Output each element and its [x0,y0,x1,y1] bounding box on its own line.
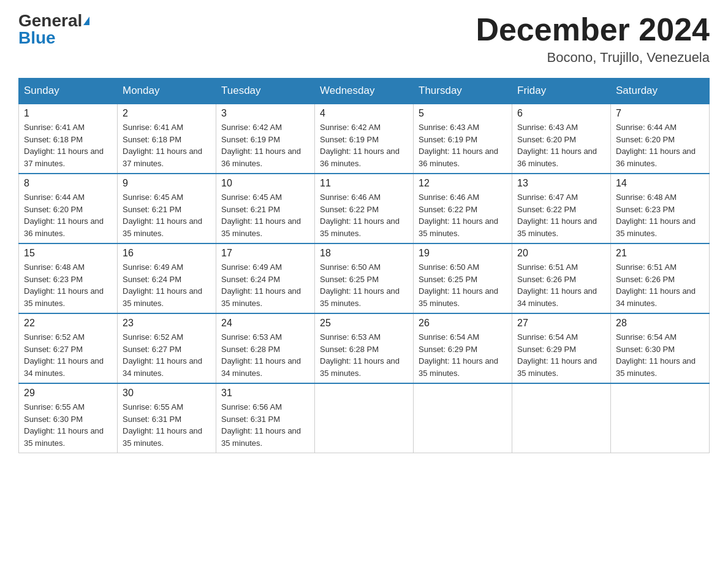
day-number: 7 [616,108,704,119]
day-info: Sunrise: 6:41 AM Sunset: 6:18 PM Dayligh… [24,121,112,169]
day-number: 3 [221,108,309,119]
calendar-week-row: 8 Sunrise: 6:44 AM Sunset: 6:20 PM Dayli… [19,174,710,243]
day-info: Sunrise: 6:53 AM Sunset: 6:28 PM Dayligh… [320,331,408,379]
day-info: Sunrise: 6:47 AM Sunset: 6:22 PM Dayligh… [517,191,605,239]
day-info: Sunrise: 6:50 AM Sunset: 6:25 PM Dayligh… [419,261,507,309]
calendar-day-cell: 3 Sunrise: 6:42 AM Sunset: 6:19 PM Dayli… [216,104,315,174]
calendar-day-cell: 24 Sunrise: 6:53 AM Sunset: 6:28 PM Dayl… [216,313,315,383]
day-info: Sunrise: 6:45 AM Sunset: 6:21 PM Dayligh… [123,191,211,239]
calendar-table: SundayMondayTuesdayWednesdayThursdayFrid… [18,78,710,453]
day-info: Sunrise: 6:55 AM Sunset: 6:31 PM Dayligh… [123,401,211,449]
day-info: Sunrise: 6:54 AM Sunset: 6:29 PM Dayligh… [517,331,605,379]
calendar-day-cell: 17 Sunrise: 6:49 AM Sunset: 6:24 PM Dayl… [216,243,315,313]
day-number: 15 [24,248,112,259]
day-number: 19 [419,248,507,259]
calendar-day-cell [315,383,414,453]
day-info: Sunrise: 6:50 AM Sunset: 6:25 PM Dayligh… [320,261,408,309]
day-info: Sunrise: 6:54 AM Sunset: 6:30 PM Dayligh… [616,331,704,379]
day-info: Sunrise: 6:52 AM Sunset: 6:27 PM Dayligh… [24,331,112,379]
title-section: December 2024 Bocono, Trujillo, Venezuel… [476,12,710,66]
day-number: 5 [419,108,507,119]
day-info: Sunrise: 6:48 AM Sunset: 6:23 PM Dayligh… [616,191,704,239]
day-number: 28 [616,318,704,329]
day-info: Sunrise: 6:43 AM Sunset: 6:19 PM Dayligh… [419,121,507,169]
calendar-day-cell: 15 Sunrise: 6:48 AM Sunset: 6:23 PM Dayl… [19,243,118,313]
logo-general-text: General [18,12,82,29]
calendar-day-cell: 22 Sunrise: 6:52 AM Sunset: 6:27 PM Dayl… [19,313,118,383]
day-info: Sunrise: 6:45 AM Sunset: 6:21 PM Dayligh… [221,191,309,239]
day-number: 10 [221,178,309,189]
calendar-day-cell: 14 Sunrise: 6:48 AM Sunset: 6:23 PM Dayl… [611,174,710,243]
day-info: Sunrise: 6:53 AM Sunset: 6:28 PM Dayligh… [221,331,309,379]
day-info: Sunrise: 6:48 AM Sunset: 6:23 PM Dayligh… [24,261,112,309]
day-info: Sunrise: 6:42 AM Sunset: 6:19 PM Dayligh… [221,121,309,169]
calendar-week-row: 29 Sunrise: 6:55 AM Sunset: 6:30 PM Dayl… [19,383,710,453]
calendar-day-cell: 4 Sunrise: 6:42 AM Sunset: 6:19 PM Dayli… [315,104,414,174]
day-number: 11 [320,178,408,189]
calendar-day-cell: 25 Sunrise: 6:53 AM Sunset: 6:28 PM Dayl… [315,313,414,383]
day-number: 2 [123,108,211,119]
day-number: 26 [419,318,507,329]
logo: General Blue [18,12,89,47]
day-number: 17 [221,248,309,259]
day-info: Sunrise: 6:49 AM Sunset: 6:24 PM Dayligh… [123,261,211,309]
calendar-day-cell: 27 Sunrise: 6:54 AM Sunset: 6:29 PM Dayl… [512,313,611,383]
calendar-day-cell: 2 Sunrise: 6:41 AM Sunset: 6:18 PM Dayli… [118,104,216,174]
calendar-day-cell: 13 Sunrise: 6:47 AM Sunset: 6:22 PM Dayl… [512,174,611,243]
day-number: 24 [221,318,309,329]
calendar-day-cell: 31 Sunrise: 6:56 AM Sunset: 6:31 PM Dayl… [216,383,315,453]
logo-blue-text: Blue [18,29,56,47]
day-of-week-header: Saturday [611,79,710,104]
day-of-week-header: Friday [512,79,611,104]
calendar-day-cell: 11 Sunrise: 6:46 AM Sunset: 6:22 PM Dayl… [315,174,414,243]
day-info: Sunrise: 6:41 AM Sunset: 6:18 PM Dayligh… [123,121,211,169]
day-info: Sunrise: 6:46 AM Sunset: 6:22 PM Dayligh… [419,191,507,239]
day-number: 21 [616,248,704,259]
day-info: Sunrise: 6:44 AM Sunset: 6:20 PM Dayligh… [616,121,704,169]
day-number: 16 [123,248,211,259]
day-number: 8 [24,178,112,189]
calendar-day-cell: 23 Sunrise: 6:52 AM Sunset: 6:27 PM Dayl… [118,313,216,383]
calendar-day-cell: 29 Sunrise: 6:55 AM Sunset: 6:30 PM Dayl… [19,383,118,453]
calendar-day-cell: 7 Sunrise: 6:44 AM Sunset: 6:20 PM Dayli… [611,104,710,174]
calendar-day-cell [611,383,710,453]
day-info: Sunrise: 6:54 AM Sunset: 6:29 PM Dayligh… [419,331,507,379]
day-number: 31 [221,388,309,399]
calendar-day-cell: 16 Sunrise: 6:49 AM Sunset: 6:24 PM Dayl… [118,243,216,313]
calendar-day-cell: 26 Sunrise: 6:54 AM Sunset: 6:29 PM Dayl… [414,313,512,383]
day-info: Sunrise: 6:46 AM Sunset: 6:22 PM Dayligh… [320,191,408,239]
day-of-week-header: Monday [118,79,216,104]
day-info: Sunrise: 6:44 AM Sunset: 6:20 PM Dayligh… [24,191,112,239]
page-header: General Blue December 2024 Bocono, Truji… [18,12,710,66]
day-of-week-header: Thursday [414,79,512,104]
day-info: Sunrise: 6:43 AM Sunset: 6:20 PM Dayligh… [517,121,605,169]
day-number: 1 [24,108,112,119]
location-title: Bocono, Trujillo, Venezuela [476,50,710,66]
day-number: 4 [320,108,408,119]
day-info: Sunrise: 6:52 AM Sunset: 6:27 PM Dayligh… [123,331,211,379]
calendar-day-cell: 9 Sunrise: 6:45 AM Sunset: 6:21 PM Dayli… [118,174,216,243]
logo-triangle-icon [83,17,89,25]
calendar-day-cell: 5 Sunrise: 6:43 AM Sunset: 6:19 PM Dayli… [414,104,512,174]
day-number: 14 [616,178,704,189]
calendar-day-cell: 20 Sunrise: 6:51 AM Sunset: 6:26 PM Dayl… [512,243,611,313]
calendar-day-cell: 28 Sunrise: 6:54 AM Sunset: 6:30 PM Dayl… [611,313,710,383]
day-number: 13 [517,178,605,189]
calendar-day-cell: 8 Sunrise: 6:44 AM Sunset: 6:20 PM Dayli… [19,174,118,243]
day-info: Sunrise: 6:51 AM Sunset: 6:26 PM Dayligh… [517,261,605,309]
day-number: 6 [517,108,605,119]
day-info: Sunrise: 6:55 AM Sunset: 6:30 PM Dayligh… [24,401,112,449]
day-number: 25 [320,318,408,329]
calendar-week-row: 22 Sunrise: 6:52 AM Sunset: 6:27 PM Dayl… [19,313,710,383]
calendar-day-cell: 21 Sunrise: 6:51 AM Sunset: 6:26 PM Dayl… [611,243,710,313]
month-title: December 2024 [476,12,710,47]
calendar-day-cell: 12 Sunrise: 6:46 AM Sunset: 6:22 PM Dayl… [414,174,512,243]
day-number: 30 [123,388,211,399]
day-of-week-header: Sunday [19,79,118,104]
day-number: 9 [123,178,211,189]
day-of-week-header: Tuesday [216,79,315,104]
calendar-week-row: 15 Sunrise: 6:48 AM Sunset: 6:23 PM Dayl… [19,243,710,313]
day-number: 20 [517,248,605,259]
day-info: Sunrise: 6:42 AM Sunset: 6:19 PM Dayligh… [320,121,408,169]
calendar-day-cell: 30 Sunrise: 6:55 AM Sunset: 6:31 PM Dayl… [118,383,216,453]
